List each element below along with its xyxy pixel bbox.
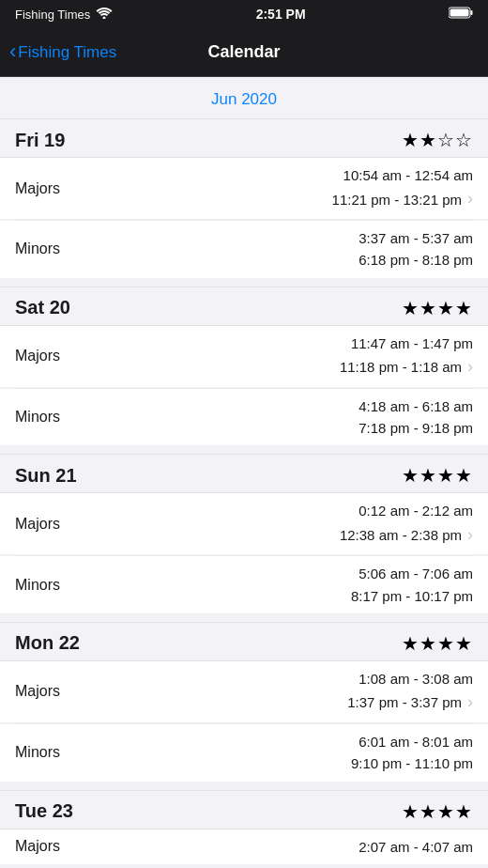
time-entry: 11:47 am - 1:47 pm bbox=[81, 333, 473, 354]
time-row-sun21-majors: Majors0:12 am - 2:12 am12:38 am - 2:38 p… bbox=[0, 493, 488, 555]
time-entry[interactable]: 11:21 pm - 13:21 pm› bbox=[81, 186, 473, 212]
day-header-sun21: Sun 21 ★★★★ bbox=[0, 454, 488, 493]
time-text: 4:18 am - 6:18 am bbox=[358, 395, 473, 417]
day-header-tue23: Tue 23 ★★★★ bbox=[0, 790, 488, 829]
time-text: 6:18 pm - 8:18 pm bbox=[358, 249, 473, 271]
day-header-sat20: Sat 20 ★★★★ bbox=[0, 287, 488, 326]
time-values-sat20-majors: 11:47 am - 1:47 pm11:18 pm - 1:18 am› bbox=[81, 333, 473, 380]
nav-back-label: Fishing Times bbox=[18, 43, 116, 62]
time-entry: 0:12 am - 2:12 am bbox=[81, 500, 473, 521]
time-values-fri19-minors: 3:37 am - 5:37 am6:18 pm - 8:18 pm bbox=[81, 227, 473, 271]
day-title-tue23: Tue 23 bbox=[15, 800, 73, 822]
time-row-tue23-majors: Majors2:07 am - 4:07 am bbox=[0, 829, 488, 865]
time-row-mon22-minors: Minors6:01 am - 8:01 am9:10 pm - 11:10 p… bbox=[0, 724, 488, 783]
time-label-sun21-majors: Majors bbox=[15, 516, 81, 533]
time-entry: 1:08 am - 3:08 am bbox=[81, 668, 473, 690]
month-header: Jun 2020 bbox=[0, 77, 488, 118]
time-text: 3:37 am - 5:37 am bbox=[358, 227, 473, 249]
time-entry: 2:07 am - 4:07 am bbox=[81, 836, 473, 858]
time-values-tue23-majors: 2:07 am - 4:07 am bbox=[81, 836, 473, 858]
status-bar: Fishing Times 2:51 PM bbox=[0, 0, 488, 28]
time-values-mon22-minors: 6:01 am - 8:01 am9:10 pm - 11:10 pm bbox=[81, 731, 473, 775]
stars-sat20: ★★★★ bbox=[402, 297, 473, 319]
time-row-fri19-majors: Majors10:54 am - 12:54 am11:21 pm - 13:2… bbox=[0, 158, 488, 220]
time-entry[interactable]: 1:37 pm - 3:37 pm› bbox=[81, 690, 473, 716]
time-row-mon22-majors: Majors1:08 am - 3:08 am1:37 pm - 3:37 pm… bbox=[0, 661, 488, 723]
time-text: 1:37 pm - 3:37 pm bbox=[347, 691, 462, 713]
day-header-mon22: Mon 22 ★★★★ bbox=[0, 622, 488, 661]
time-text: 0:12 am - 2:12 am bbox=[358, 500, 473, 521]
time-values-mon22-majors: 1:08 am - 3:08 am1:37 pm - 3:37 pm› bbox=[81, 668, 473, 716]
chevron-right-icon: › bbox=[467, 690, 473, 716]
time-entry: 6:01 am - 8:01 am bbox=[81, 731, 473, 752]
day-title-mon22: Mon 22 bbox=[15, 632, 80, 654]
wifi-icon bbox=[96, 7, 113, 22]
time-text: 8:17 pm - 10:17 pm bbox=[351, 585, 473, 607]
time-row-sat20-minors: Minors4:18 am - 6:18 am7:18 pm - 9:18 pm bbox=[0, 389, 488, 447]
time-label-fri19-minors: Minors bbox=[15, 240, 81, 257]
time-label-sun21-minors: Minors bbox=[15, 577, 81, 594]
time-entry: 10:54 am - 12:54 am bbox=[81, 164, 473, 186]
chevron-right-icon: › bbox=[467, 186, 473, 212]
svg-rect-2 bbox=[471, 10, 473, 15]
time-label-mon22-majors: Majors bbox=[15, 683, 81, 700]
time-entry: 4:18 am - 6:18 am bbox=[81, 395, 473, 417]
time-values-sun21-majors: 0:12 am - 2:12 am12:38 am - 2:38 pm› bbox=[81, 500, 473, 548]
time-text: 11:47 am - 1:47 pm bbox=[351, 333, 473, 354]
time-entry: 9:10 pm - 11:10 pm bbox=[81, 752, 473, 774]
chevron-right-icon: › bbox=[467, 522, 473, 549]
back-chevron-icon: ‹ bbox=[9, 41, 16, 62]
time-entry: 5:06 am - 7:06 am bbox=[81, 563, 473, 584]
stars-tue23: ★★★★ bbox=[402, 800, 473, 823]
time-label-fri19-majors: Majors bbox=[15, 180, 81, 197]
time-label-tue23-majors: Majors bbox=[15, 838, 81, 855]
time-text: 2:07 am - 4:07 am bbox=[358, 836, 473, 858]
svg-rect-3 bbox=[450, 9, 469, 17]
time-text: 7:18 pm - 9:18 pm bbox=[358, 417, 473, 439]
time-row-sat20-majors: Majors11:47 am - 1:47 pm11:18 pm - 1:18 … bbox=[0, 326, 488, 388]
time-text: 12:38 am - 2:38 pm bbox=[340, 524, 462, 546]
time-row-fri19-minors: Minors3:37 am - 5:37 am6:18 pm - 8:18 pm bbox=[0, 221, 488, 279]
time-text: 10:54 am - 12:54 am bbox=[343, 164, 473, 186]
time-entry: 8:17 pm - 10:17 pm bbox=[81, 585, 473, 607]
status-bar-left: Fishing Times bbox=[15, 7, 113, 22]
time-text: 11:21 pm - 13:21 pm bbox=[332, 189, 462, 210]
time-text: 9:10 pm - 11:10 pm bbox=[351, 752, 473, 774]
time-entry: 3:37 am - 5:37 am bbox=[81, 227, 473, 249]
nav-back-button[interactable]: ‹ Fishing Times bbox=[9, 42, 116, 62]
nav-title: Calendar bbox=[207, 42, 280, 62]
stars-sun21: ★★★★ bbox=[402, 464, 473, 487]
time-text: 1:08 am - 3:08 am bbox=[358, 668, 473, 690]
day-title-sun21: Sun 21 bbox=[15, 465, 77, 487]
time-entry[interactable]: 11:18 pm - 1:18 am› bbox=[81, 354, 473, 380]
day-header-fri19: Fri 19 ★★☆☆ bbox=[0, 118, 488, 158]
status-bar-right bbox=[449, 7, 473, 22]
time-entry: 7:18 pm - 9:18 pm bbox=[81, 417, 473, 439]
time-values-sun21-minors: 5:06 am - 7:06 am8:17 pm - 10:17 pm bbox=[81, 563, 473, 607]
app-name-status: Fishing Times bbox=[15, 8, 90, 22]
time-text: 11:18 pm - 1:18 am bbox=[340, 356, 462, 378]
chevron-right-icon: › bbox=[467, 354, 473, 380]
time-values-sat20-minors: 4:18 am - 6:18 am7:18 pm - 9:18 pm bbox=[81, 395, 473, 440]
svg-point-0 bbox=[103, 17, 106, 20]
days-list: Fri 19 ★★☆☆ Majors10:54 am - 12:54 am11:… bbox=[0, 118, 488, 865]
time-label-mon22-minors: Minors bbox=[15, 744, 81, 761]
day-title-fri19: Fri 19 bbox=[15, 130, 65, 151]
day-title-sat20: Sat 20 bbox=[15, 297, 70, 318]
nav-bar: ‹ Fishing Times Calendar bbox=[0, 28, 488, 77]
stars-fri19: ★★☆☆ bbox=[402, 129, 473, 151]
month-label: Jun 2020 bbox=[211, 90, 277, 108]
time-label-sat20-majors: Majors bbox=[15, 348, 81, 364]
time-text: 5:06 am - 7:06 am bbox=[358, 563, 473, 584]
status-bar-time: 2:51 PM bbox=[256, 7, 306, 22]
time-row-sun21-minors: Minors5:06 am - 7:06 am8:17 pm - 10:17 p… bbox=[0, 556, 488, 614]
time-entry: 6:18 pm - 8:18 pm bbox=[81, 249, 473, 271]
stars-mon22: ★★★★ bbox=[402, 632, 473, 655]
time-values-fri19-majors: 10:54 am - 12:54 am11:21 pm - 13:21 pm› bbox=[81, 164, 473, 212]
time-text: 6:01 am - 8:01 am bbox=[358, 731, 473, 752]
time-label-sat20-minors: Minors bbox=[15, 409, 81, 426]
time-entry[interactable]: 12:38 am - 2:38 pm› bbox=[81, 522, 473, 549]
battery-icon bbox=[449, 7, 473, 22]
